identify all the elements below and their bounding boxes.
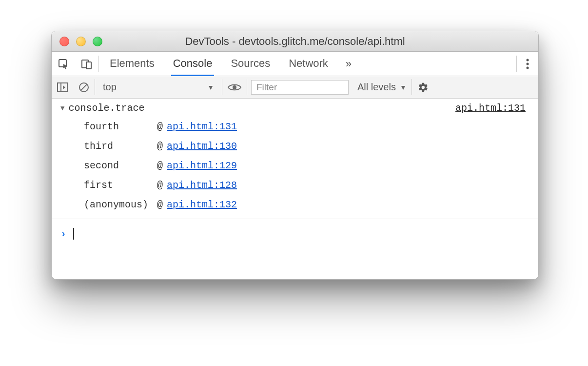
frame-function: first bbox=[84, 176, 157, 195]
frame-source-link[interactable]: api.html:131 bbox=[167, 117, 237, 137]
svg-point-5 bbox=[527, 66, 529, 69]
tabs-overflow-icon[interactable]: » bbox=[339, 52, 358, 76]
console-prompt[interactable]: › bbox=[52, 219, 538, 240]
at-symbol: @ bbox=[157, 156, 163, 176]
svg-rect-2 bbox=[86, 62, 91, 69]
frame-function: second bbox=[84, 156, 157, 176]
filter-input[interactable] bbox=[251, 80, 349, 95]
tab-elements[interactable]: Elements bbox=[108, 52, 157, 76]
devtools-tabrow: Elements Console Sources Network » bbox=[52, 52, 538, 76]
at-symbol: @ bbox=[157, 117, 163, 137]
console-output: ▼ console.trace api.html:131 fourth @ ap… bbox=[52, 99, 538, 279]
svg-point-3 bbox=[527, 59, 529, 61]
svg-point-11 bbox=[233, 85, 236, 89]
stack-frames: fourth @ api.html:131 third @ api.html:1… bbox=[52, 116, 538, 219]
frame-source-link[interactable]: api.html:130 bbox=[167, 137, 237, 156]
filter-field bbox=[247, 80, 353, 95]
frame-function: third bbox=[84, 137, 157, 156]
log-levels-selector[interactable]: All levels ▼ bbox=[353, 81, 412, 93]
minimize-icon[interactable] bbox=[76, 37, 86, 46]
device-toolbar-icon[interactable] bbox=[75, 52, 98, 76]
log-levels-label: All levels bbox=[357, 81, 396, 93]
chevron-down-icon: ▼ bbox=[207, 83, 214, 91]
console-settings-icon[interactable] bbox=[412, 82, 434, 93]
frame-source-link[interactable]: api.html:132 bbox=[167, 195, 237, 215]
at-symbol: @ bbox=[157, 137, 163, 156]
at-symbol: @ bbox=[157, 195, 163, 215]
disclosure-triangle-icon[interactable]: ▼ bbox=[60, 104, 64, 112]
window-title: DevTools - devtools.glitch.me/console/ap… bbox=[52, 35, 538, 48]
frame-function: fourth bbox=[84, 117, 157, 137]
stack-frame: second @ api.html:129 bbox=[84, 156, 538, 176]
more-options-icon[interactable] bbox=[517, 52, 538, 76]
window-traffic-lights bbox=[59, 37, 102, 46]
svg-rect-6 bbox=[58, 83, 67, 92]
zoom-icon[interactable] bbox=[93, 37, 102, 46]
frame-function: (anonymous) bbox=[84, 195, 157, 215]
frame-source-link[interactable]: api.html:128 bbox=[167, 176, 237, 195]
panel-tabs: Elements Console Sources Network bbox=[99, 52, 339, 76]
trace-source-link[interactable]: api.html:131 bbox=[455, 102, 533, 114]
svg-marker-8 bbox=[63, 85, 65, 89]
execution-context-selector[interactable]: top ▼ bbox=[95, 81, 222, 93]
svg-line-10 bbox=[81, 84, 87, 90]
prompt-chevron-icon: › bbox=[60, 228, 66, 240]
text-cursor bbox=[73, 228, 74, 240]
at-symbol: @ bbox=[157, 176, 163, 195]
live-expression-icon[interactable] bbox=[222, 83, 247, 92]
tab-sources[interactable]: Sources bbox=[229, 52, 272, 76]
stack-frame: fourth @ api.html:131 bbox=[84, 117, 538, 137]
stack-frame: third @ api.html:130 bbox=[84, 137, 538, 156]
chevron-down-icon: ▼ bbox=[400, 83, 407, 91]
console-sidebar-toggle-icon[interactable] bbox=[52, 82, 73, 92]
clear-console-icon[interactable] bbox=[73, 82, 95, 93]
stack-frame: first @ api.html:128 bbox=[84, 176, 538, 195]
devtools-window: DevTools - devtools.glitch.me/console/ap… bbox=[51, 31, 539, 280]
tab-console[interactable]: Console bbox=[171, 52, 215, 76]
stack-frame: (anonymous) @ api.html:132 bbox=[84, 195, 538, 215]
frame-source-link[interactable]: api.html:129 bbox=[167, 156, 237, 176]
execution-context-label: top bbox=[103, 81, 117, 93]
close-icon[interactable] bbox=[59, 37, 69, 46]
window-titlebar: DevTools - devtools.glitch.me/console/ap… bbox=[52, 31, 538, 52]
trace-label: console.trace bbox=[68, 102, 144, 114]
svg-point-4 bbox=[527, 62, 529, 65]
inspect-element-icon[interactable] bbox=[52, 52, 75, 76]
tab-network[interactable]: Network bbox=[287, 52, 330, 76]
console-toolbar: top ▼ All levels ▼ bbox=[52, 76, 538, 99]
trace-header[interactable]: ▼ console.trace api.html:131 bbox=[52, 99, 538, 116]
